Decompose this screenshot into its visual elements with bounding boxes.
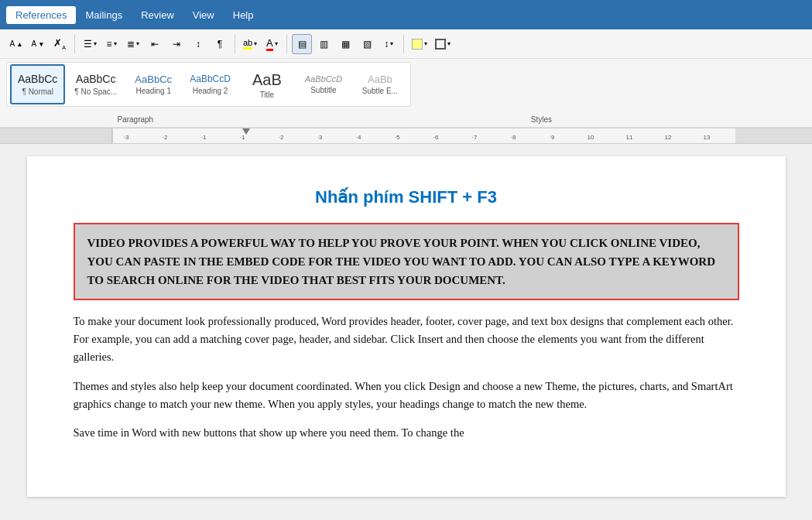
style-subtle-preview: AaBb (368, 74, 392, 86)
pilcrow-btn[interactable]: ¶ (210, 34, 230, 54)
paragraph-section-label: Paragraph (0, 111, 271, 125)
svg-text:·1: ·1 (240, 134, 245, 141)
caret-icon8: ▾ (447, 40, 451, 47)
svg-text:·7: ·7 (472, 134, 478, 141)
number-list-btn[interactable]: ≡▾ (101, 34, 122, 54)
bullet-list-btn[interactable]: ☰▾ (80, 34, 100, 54)
align-left-btn[interactable]: ▤ (292, 34, 312, 54)
style-normal-preview: AaBbCc (18, 73, 57, 86)
borders-btn[interactable]: ▾ (432, 34, 454, 54)
align-right-icon: ▦ (341, 39, 350, 50)
ruler-svg: ·3 ·2 ·1 ·1 ·2 ·3 ·4 ·5 ·6 ·7 ·8 ·9 10 1… (0, 128, 812, 144)
eraser-icon: ✗A (53, 37, 66, 50)
caret-icon2: ▾ (114, 40, 117, 47)
align-right-btn[interactable]: ▦ (335, 34, 355, 54)
borders-icon (435, 39, 446, 50)
toolbar-row1: A▲ A▼ ✗A ☰▾ ≡▾ ≣▾ ⇤ ⇥ ↕ ¶ ab▾ (0, 29, 812, 59)
align-left-icon: ▤ (298, 39, 307, 50)
doc-para-3: Save time in Word with new buttons that … (74, 424, 739, 442)
indent-decrease-icon: ⇤ (151, 39, 159, 50)
style-nospace-label: ¶ No Spac... (74, 87, 117, 96)
font-color-btn[interactable]: A▾ (262, 34, 282, 54)
line-spacing-btn[interactable]: ↕▾ (379, 34, 399, 54)
sep2 (235, 35, 235, 53)
menu-view[interactable]: View (183, 6, 224, 24)
font-size-down-btn[interactable]: A▼ (28, 34, 48, 54)
sort-icon: ↕ (196, 39, 200, 50)
ruler: ·3 ·2 ·1 ·1 ·2 ·3 ·4 ·5 ·6 ·7 ·8 ·9 10 1… (0, 128, 812, 144)
sep3 (286, 35, 287, 53)
svg-text:·1: ·1 (201, 134, 207, 141)
toolbar-area: A▲ A▼ ✗A ☰▾ ≡▾ ≣▾ ⇤ ⇥ ↕ ¶ ab▾ (0, 29, 812, 128)
svg-text:·3: ·3 (317, 134, 323, 141)
bullet-list-icon: ☰ (84, 39, 92, 50)
svg-text:·8: ·8 (511, 134, 516, 141)
pilcrow-icon: ¶ (218, 39, 222, 50)
style-title-label: Title (260, 91, 275, 99)
number-list-icon: ≡ (106, 39, 111, 50)
highlighted-text: VIDEO PROVIDES A POWERFUL WAY TO HELP YO… (87, 234, 725, 289)
caret-icon3: ▾ (136, 40, 139, 47)
style-h2[interactable]: AaBbCcD Heading 2 (183, 64, 238, 104)
style-subtitle[interactable]: AaBbCcD Subtitle (296, 64, 351, 104)
document-page: Nhấn phím SHIFT + F3 VIDEO PROVIDES A PO… (27, 156, 786, 497)
caret-icon4: ▾ (254, 40, 257, 47)
menu-references[interactable]: References (6, 6, 76, 24)
clear-format-btn[interactable]: ✗A (50, 34, 70, 54)
justify-icon: ▧ (363, 39, 372, 50)
highlight-btn[interactable]: ab▾ (240, 34, 260, 54)
menu-review[interactable]: Review (132, 6, 183, 24)
document-area: Nhấn phím SHIFT + F3 VIDEO PROVIDES A PO… (0, 144, 812, 520)
toolbar-row2: AaBbCc ¶ Normal AaBbCc ¶ No Spac... AaBb… (0, 59, 812, 110)
style-h1-label: Heading 1 (135, 87, 171, 95)
style-h1-preview: AaBbCc (135, 74, 172, 86)
svg-rect-2 (735, 128, 812, 144)
style-h1[interactable]: AaBbCc Heading 1 (126, 64, 180, 104)
svg-text:11: 11 (626, 134, 633, 141)
highlight-icon: ab (243, 38, 252, 50)
svg-text:·6: ·6 (433, 134, 439, 141)
indent-inc-btn[interactable]: ⇥ (166, 34, 187, 54)
sep4 (403, 35, 404, 53)
svg-text:·9: ·9 (550, 134, 555, 141)
doc-para-2: Themes and styles also help keep your do… (74, 378, 739, 413)
highlighted-block: VIDEO PROVIDES A POWERFUL WAY TO HELP YO… (74, 223, 739, 300)
font-color-icon: A (266, 37, 273, 51)
menu-mailings[interactable]: Mailings (76, 6, 132, 24)
caret-icon7: ▾ (424, 40, 427, 47)
menu-bar: References Mailings Review View Help (0, 0, 812, 29)
svg-text:·2: ·2 (279, 134, 284, 141)
font-size-up-btn[interactable]: A▲ (6, 34, 26, 54)
caret-icon: ▾ (94, 40, 97, 47)
doc-para-1: To make your document look professionall… (74, 313, 739, 367)
style-subtle[interactable]: AaBb Subtle E... (353, 64, 407, 104)
svg-text:10: 10 (588, 134, 594, 141)
section-labels: Paragraph Styles (0, 110, 812, 128)
align-center-btn[interactable]: ▥ (313, 34, 334, 54)
multi-list-btn[interactable]: ≣▾ (123, 34, 143, 54)
svg-text:·4: ·4 (356, 134, 361, 141)
style-subtitle-label: Subtitle (310, 86, 336, 94)
justify-btn[interactable]: ▧ (357, 34, 377, 54)
svg-text:·2: ·2 (163, 134, 168, 141)
style-h2-label: Heading 2 (193, 87, 228, 95)
font-size-group: A▲ A▼ (6, 34, 48, 54)
style-title[interactable]: AaB Title (240, 64, 294, 104)
style-normal[interactable]: AaBbCc ¶ Normal (10, 64, 65, 104)
sort-btn[interactable]: ↕ (188, 34, 208, 54)
caret-icon5: ▾ (275, 40, 278, 47)
style-title-preview: AaB (252, 70, 282, 89)
style-nospace[interactable]: AaBbCc ¶ No Spac... (67, 64, 124, 104)
indent-dec-btn[interactable]: ⇤ (145, 34, 165, 54)
shading-btn[interactable]: ▾ (409, 34, 430, 54)
align-center-icon: ▥ (320, 39, 328, 50)
document-body: To make your document look professionall… (74, 313, 739, 442)
svg-text:13: 13 (704, 134, 711, 141)
style-nospace-preview: AaBbCc (76, 73, 115, 86)
menu-help[interactable]: Help (224, 6, 263, 24)
caret-icon6: ▾ (390, 40, 393, 47)
document-heading: Nhấn phím SHIFT + F3 (74, 187, 739, 207)
styles-section-label: Styles (271, 111, 812, 125)
sep1 (74, 35, 75, 53)
style-subtitle-preview: AaBbCcD (305, 74, 342, 84)
